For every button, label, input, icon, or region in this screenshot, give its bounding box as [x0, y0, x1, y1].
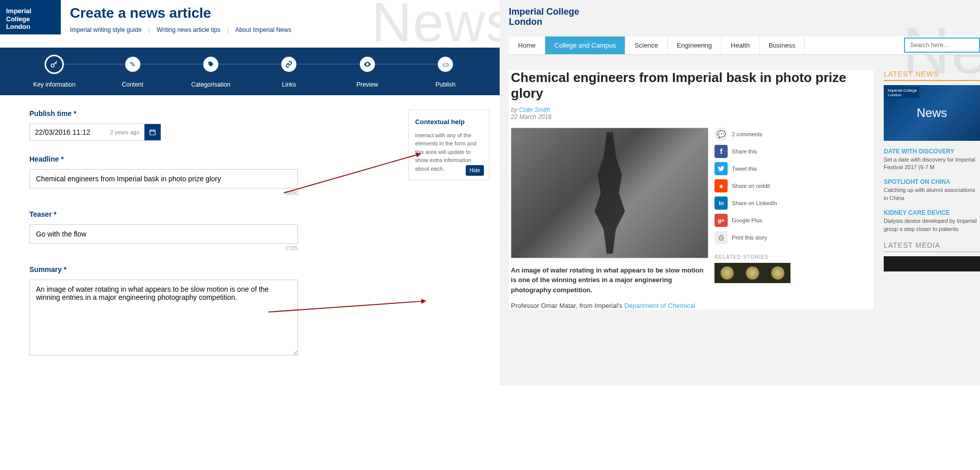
editor-panel: News Imperial College London Create a ne…: [0, 0, 500, 385]
sidebar-link-discovery[interactable]: DATE WITH DISCOVERY: [884, 148, 980, 155]
eye-icon: [360, 57, 375, 72]
article-summary: An image of water rotating in what appea…: [511, 265, 708, 295]
wizard-steps: Key information ✎ Content Categorisation…: [0, 48, 500, 95]
step-key-information[interactable]: Key information: [15, 57, 93, 88]
article-main: Chemical engineers from Imperial bask in…: [509, 70, 874, 310]
googleplus-icon: g+: [714, 214, 728, 227]
share-googleplus[interactable]: g+ Google Plus: [714, 214, 796, 227]
teaser-label: Teaser *: [29, 210, 470, 218]
calendar-button[interactable]: [144, 124, 161, 140]
form-area: Publish time * 2 years ago Headline * 58…: [0, 95, 500, 385]
share-linkedin[interactable]: in Share on LinkedIn: [714, 197, 796, 210]
share-facebook[interactable]: f Share this: [714, 145, 796, 158]
summary-input[interactable]: An image of water rotating in what appea…: [29, 280, 298, 356]
comment-icon: 💬: [714, 128, 728, 141]
print-story[interactable]: ⎙ Print this story: [714, 231, 796, 244]
step-label: Preview: [356, 81, 378, 88]
step-preview[interactable]: Preview: [328, 57, 406, 88]
sidebar-desc: Catching up with alumni associations in …: [884, 186, 980, 202]
headline-input[interactable]: [29, 169, 298, 188]
dept-link[interactable]: Department of Chemical: [624, 302, 695, 309]
publish-time-input[interactable]: [30, 124, 101, 140]
related-stories-title: RELATED STORIES: [714, 254, 796, 260]
twitter-icon: [714, 162, 728, 175]
tag-icon: [203, 57, 218, 72]
author-link[interactable]: Colin Smith: [519, 106, 550, 113]
nav-engineering[interactable]: Engineering: [668, 36, 722, 54]
nav-science[interactable]: Science: [625, 36, 667, 54]
editor-header: Imperial College London Create a news ar…: [0, 0, 500, 38]
comments-link[interactable]: 💬 2 comments: [714, 128, 796, 141]
nav-health[interactable]: Health: [722, 36, 760, 54]
pencil-icon: ✎: [125, 57, 140, 72]
step-label: Links: [282, 81, 296, 88]
brand-logo: Imperial College London: [0, 0, 61, 34]
linkedin-icon: in: [714, 197, 728, 210]
step-label: Content: [122, 81, 143, 88]
brand-line1: Imperial College: [6, 7, 31, 23]
step-content[interactable]: ✎ Content: [93, 57, 171, 88]
brand-line2: London: [6, 23, 30, 30]
water-image-shape: [579, 132, 640, 254]
help-title: Contextual help: [415, 117, 483, 127]
contextual-help-box: Contextual help Interact with any of the…: [408, 109, 489, 180]
sidebar-column: LATEST NEWS Imperial CollegeLondon News …: [884, 70, 980, 310]
share-column: 💬 2 comments f Share this Tweet this: [714, 128, 796, 310]
share-twitter[interactable]: Tweet this: [714, 162, 796, 175]
summary-label: Summary *: [29, 265, 470, 273]
article-title: Chemical engineers from Imperial bask in…: [511, 70, 874, 101]
svg-point-0: [51, 64, 54, 67]
article-byline: by Colin Smith: [511, 106, 874, 113]
svg-rect-1: [150, 130, 156, 135]
sidebar-desc: Set a date with discovery for Imperial F…: [884, 156, 980, 172]
page-title: Create a news article: [70, 5, 291, 21]
latest-media-heading: LATEST MEDIA: [884, 241, 980, 252]
link-style-guide[interactable]: Imperial writing style guide: [70, 26, 141, 33]
preview-panel: News Imperial CollegeLondon Home College…: [500, 0, 980, 385]
calendar-icon: [149, 129, 156, 136]
headline-label: Headline *: [29, 155, 470, 163]
reddit-icon: ●: [714, 179, 728, 192]
teaser-charcount: 17/25: [29, 246, 298, 251]
nav-home[interactable]: Home: [509, 36, 545, 54]
sidebar-link-china[interactable]: SPOTLIGHT ON CHINA: [884, 178, 980, 185]
share-reddit[interactable]: ● Share on reddit: [714, 179, 796, 192]
latest-news-thumb[interactable]: Imperial CollegeLondon News: [884, 85, 980, 141]
sidebar-desc: Dialysis device developed by Imperial gr…: [884, 217, 980, 233]
thumb-brand-tag: Imperial CollegeLondon: [886, 87, 919, 98]
step-categorisation[interactable]: Categorisation: [172, 57, 250, 88]
teaser-input[interactable]: [29, 224, 298, 244]
link-icon: [281, 57, 296, 72]
key-icon: [45, 55, 64, 74]
nav-college-campus[interactable]: College and Campus: [545, 36, 625, 54]
step-publish[interactable]: ▭ Publish: [406, 57, 484, 88]
facebook-icon: f: [714, 145, 728, 158]
link-about-news[interactable]: About Imperial News: [235, 26, 291, 33]
article-body-text: Professor Omar Matar, from Imperial's De…: [511, 302, 708, 309]
headline-charcount: 58/80: [29, 190, 298, 196]
step-label: Publish: [435, 81, 455, 88]
publish-time-ago: 2 years ago: [101, 129, 144, 135]
step-label: Categorisation: [191, 81, 230, 88]
search-input[interactable]: [904, 37, 980, 53]
publish-icon: ▭: [438, 57, 453, 72]
sidebar-link-kidney[interactable]: KIDNEY CARE DEVICE: [884, 209, 980, 216]
print-icon: ⎙: [714, 231, 728, 244]
publish-time-row: 2 years ago: [29, 124, 161, 141]
latest-media-thumb[interactable]: [884, 256, 980, 271]
related-story-thumb[interactable]: [714, 263, 790, 283]
help-hide-button[interactable]: Hide: [466, 165, 484, 176]
header-links: Imperial writing style guide | Writing n…: [70, 26, 291, 33]
article-date: 22 March 2016: [511, 113, 874, 121]
link-writing-tips[interactable]: Writing news article tips: [157, 26, 220, 33]
preview-nav: Home College and Campus Science Engineer…: [509, 36, 980, 55]
latest-news-heading: LATEST NEWS: [884, 70, 980, 81]
step-label: Key information: [33, 81, 76, 88]
step-links[interactable]: Links: [250, 57, 328, 88]
article-hero-image: [511, 128, 708, 258]
publish-time-label: Publish time *: [29, 109, 470, 118]
preview-brand-logo: Imperial CollegeLondon: [509, 7, 980, 27]
nav-business[interactable]: Business: [760, 36, 805, 54]
